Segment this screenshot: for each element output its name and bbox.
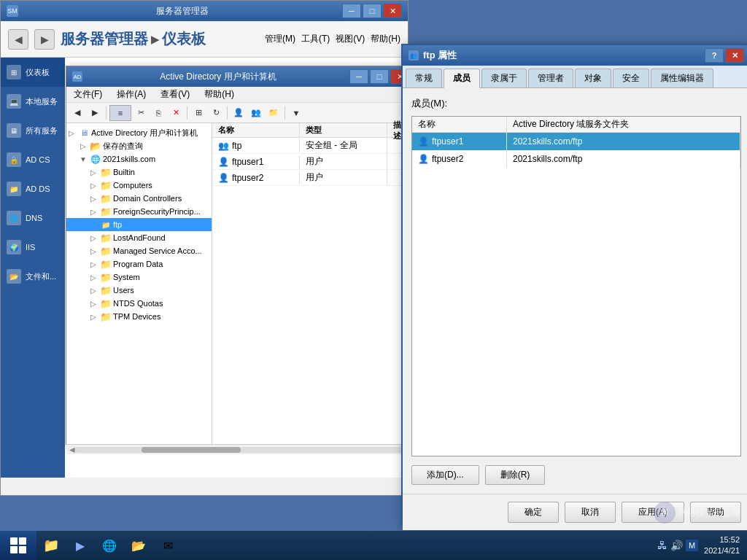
msa-expander: ▷: [88, 247, 98, 255]
ad-tree-computers[interactable]: ▷ 📁 Computers: [66, 179, 212, 192]
ad-tree-saved-queries[interactable]: ▷ 📂 保存的查询: [66, 139, 212, 152]
ftp-ok-button[interactable]: 确定: [508, 502, 559, 523]
ftp-help-title-button[interactable]: ?: [705, 48, 724, 63]
saved-queries-icon: 📂: [90, 140, 101, 152]
sidebar-item-adds[interactable]: 📁 AD DS: [1, 174, 65, 203]
ad-maximize-button[interactable]: □: [370, 69, 389, 84]
sidebar-item-adcs[interactable]: 🔒 AD CS: [1, 145, 65, 174]
sm-help-menu[interactable]: 帮助(H): [371, 33, 400, 45]
sm-minimize-button[interactable]: ─: [342, 4, 361, 18]
taskbar-app-files[interactable]: 📂: [124, 531, 153, 560]
sidebar-item-iis[interactable]: 🌍 IIS: [1, 233, 65, 262]
group-icon: 👥: [218, 141, 229, 151]
ad-tree-builtin[interactable]: ▷ 📁 Builtin: [66, 166, 212, 179]
sm-close-button[interactable]: ✕: [383, 4, 402, 18]
ad-tree-users[interactable]: ▷ 📁 Users: [66, 284, 212, 297]
ftp-tab-members[interactable]: 成员: [444, 69, 480, 88]
ad-cut-btn[interactable]: ✂: [133, 105, 149, 121]
ftp-member-row-ftpuser2[interactable]: 👤 ftpuser2 2021skills.com/ftp: [412, 150, 740, 168]
ad-help-menu[interactable]: 帮助(H): [201, 87, 237, 102]
ad-filter-btn[interactable]: ▼: [288, 105, 304, 121]
taskbar-app-ie[interactable]: 🌐: [95, 531, 124, 560]
user1-icon: 👤: [218, 157, 229, 167]
ad-window-title: Active Directory 用户和计算机: [87, 71, 349, 83]
ftp-tab-security[interactable]: 安全: [613, 69, 649, 88]
ad-new-user-btn[interactable]: 👤: [231, 105, 247, 121]
ad-tree-domain-controllers[interactable]: ▷ 📁 Domain Controllers: [66, 192, 212, 205]
ad-sep-4: [285, 106, 285, 120]
ad-menu-bar: 文件(F) 操作(A) 查看(V) 帮助(H): [66, 87, 415, 103]
ad-tree-program-data[interactable]: ▷ 📁 Program Data: [66, 257, 212, 271]
scroll-left-btn[interactable]: ◀: [69, 446, 75, 454]
svg-rect-3: [19, 546, 26, 553]
ftp-tab-attribute-editor[interactable]: 属性编辑器: [651, 69, 713, 88]
ad-tree-system[interactable]: ▷ 📁 System: [66, 271, 212, 284]
domain-expander: ▼: [78, 155, 88, 163]
ad-tree-domain[interactable]: ▼ 🌐 2021skills.com: [66, 152, 212, 166]
ftp-member-row-ftpuser1[interactable]: 👤 ftpuser1 2021skills.com/ftp: [412, 133, 740, 150]
ftp-add-button[interactable]: 添加(D)...: [411, 465, 479, 485]
ad-minimize-button[interactable]: ─: [349, 69, 368, 84]
ad-view-btn[interactable]: ≡: [109, 105, 131, 121]
ad-tree-ntds[interactable]: ▷ 📁 NTDS Quotas: [66, 297, 212, 310]
ftp-list-header: 名称 Active Directory 域服务文件夹: [412, 117, 740, 133]
tpm-expander: ▷: [88, 313, 98, 321]
sm-tools-menu[interactable]: 工具(T): [301, 33, 330, 45]
ad-view-menu[interactable]: 查看(V): [158, 87, 193, 102]
ad-sep-2: [187, 106, 187, 120]
ad-tree-root[interactable]: ▷ 🖥 Active Directory 用户和计算机: [66, 126, 212, 139]
ad-action-menu[interactable]: 操作(A): [114, 87, 149, 102]
ad-back-btn[interactable]: ◀: [69, 105, 85, 121]
sidebar-item-dns[interactable]: 🌐 DNS: [1, 203, 65, 233]
sm-manage-menu[interactable]: 管理(M): [265, 33, 295, 45]
sidebar-item-files[interactable]: 📂 文件和...: [1, 262, 65, 291]
ftp-cancel-button[interactable]: 取消: [565, 502, 616, 523]
ftp-tab-general[interactable]: 常规: [406, 69, 442, 88]
ftp-close-button[interactable]: ✕: [725, 48, 744, 63]
ad-list-row-ftp[interactable]: 👥 ftp 安全组 - 全局: [212, 138, 415, 154]
ad-refresh-btn[interactable]: ↻: [208, 105, 224, 121]
sidebar-all-label: 所有服务: [26, 125, 58, 136]
ad-list-header: 名称 类型 描述: [212, 123, 415, 138]
ad-tree-ftp[interactable]: 📁 ftp: [66, 218, 212, 231]
sm-back-button[interactable]: ◀: [8, 29, 28, 50]
ftp-action-buttons: 添加(D)... 删除(R): [411, 465, 741, 485]
ftp-tab-managed-by[interactable]: 管理者: [528, 69, 573, 88]
ftp-folder-icon: 📁: [100, 219, 112, 230]
ad-tree-lost-found[interactable]: ▷ 📁 LostAndFound: [66, 231, 212, 244]
watermark-text: 网络技术干货圈: [678, 507, 740, 519]
ftp-tab-object[interactable]: 对象: [575, 69, 611, 88]
ad-tree-foreign-security[interactable]: ▷ 📁 ForeignSecurityPrincip...: [66, 205, 212, 218]
ad-new-group-btn[interactable]: 👥: [248, 105, 264, 121]
sm-view-menu[interactable]: 视图(V): [336, 33, 365, 45]
start-button[interactable]: [0, 531, 36, 560]
ftp-col-name-header: 名称: [412, 117, 507, 132]
ftp-member1-name: 👤 ftpuser1: [412, 133, 507, 150]
saved-queries-expander: ▷: [78, 142, 88, 150]
ad-forward-btn[interactable]: ▶: [87, 105, 103, 121]
scroll-track[interactable]: [75, 447, 406, 453]
ftp-tab-member-of[interactable]: 隶属于: [481, 69, 527, 88]
ad-copy-btn[interactable]: ⎘: [150, 105, 166, 121]
taskbar-app-cmd[interactable]: ▶: [66, 531, 95, 560]
sm-maximize-button[interactable]: □: [363, 4, 382, 18]
sm-toolbar: ◀ ▶ 服务器管理器 ▶ 仪表板 管理(M) 工具(T) 视图(V) 帮助(H): [1, 21, 408, 58]
ad-delete-btn[interactable]: ✕: [168, 105, 184, 121]
taskbar-app-explorer[interactable]: 📁: [36, 531, 66, 560]
taskbar-app-mail[interactable]: ✉: [153, 531, 182, 560]
ad-tree-tpm[interactable]: ▷ 📁 TPM Devices: [66, 310, 212, 323]
ftp-remove-button[interactable]: 删除(R): [485, 465, 546, 485]
ad-tree-managed-service[interactable]: ▷ 📁 Managed Service Acco...: [66, 244, 212, 257]
sidebar-item-all[interactable]: 🖥 所有服务: [1, 116, 65, 145]
sidebar-item-local[interactable]: 💻 本地服务: [1, 87, 65, 116]
dc-expander: ▷: [88, 195, 98, 203]
sys-expander: ▷: [88, 273, 98, 281]
ad-new-ou-btn[interactable]: 📁: [266, 105, 282, 121]
sm-forward-button[interactable]: ▶: [34, 29, 55, 50]
ad-list-row-ftpuser2[interactable]: 👤 ftpuser2 用户: [212, 170, 415, 186]
ad-file-menu[interactable]: 文件(F): [71, 87, 105, 102]
sidebar-item-dashboard[interactable]: ⊞ 仪表板: [1, 58, 65, 87]
ad-prop-btn[interactable]: ⊞: [190, 105, 206, 121]
ad-list-row-ftpuser1[interactable]: 👤 ftpuser1 用户: [212, 154, 415, 170]
ad-scrollbar[interactable]: ◀ ▶: [66, 444, 415, 454]
